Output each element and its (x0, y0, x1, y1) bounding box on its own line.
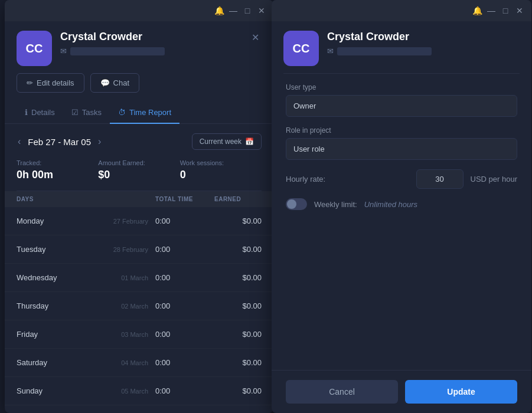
user-name-left: Crystal Crowder (60, 31, 241, 43)
day-cell: Thursday 02 March (17, 301, 155, 310)
day-cell: Saturday 04 March (17, 358, 155, 367)
day-cell: Tuesday 28 February (17, 245, 155, 254)
table-row[interactable]: Wednesday 01 March 0:00 $0.00 (5, 264, 273, 292)
tab-details[interactable]: ℹ Details (17, 102, 63, 124)
next-week-arrow[interactable]: › (97, 135, 102, 148)
table-row[interactable]: Monday 27 February 0:00 $0.00 (5, 207, 273, 235)
tab-tasks[interactable]: ☑ Tasks (63, 102, 110, 124)
user-info-left: Crystal Crowder ✉ (60, 31, 241, 55)
email-redacted-left (70, 47, 165, 55)
user-type-group: User type (286, 83, 517, 117)
edit-details-button[interactable]: ✏ Edit details (17, 73, 84, 93)
user-header-left: CC Crystal Crowder ✉ ✕ (5, 21, 273, 73)
form-spacer (272, 227, 531, 370)
earned-cell: $0.00 (214, 386, 262, 395)
weekly-limit-row: Weekly limit: Unlimited hours (286, 198, 517, 210)
hourly-rate-row: Hourly rate: USD per hour (286, 169, 517, 189)
minimize-icon-right[interactable]: — (487, 6, 496, 15)
edit-icon: ✏ (27, 78, 33, 87)
time-cell: 0:00 (155, 386, 214, 395)
day-cell: Monday 27 February (17, 217, 155, 225)
prev-week-arrow[interactable]: ‹ (17, 135, 22, 148)
day-cell: Wednesday 01 March (17, 273, 155, 282)
user-email-row-right: ✉ (327, 47, 520, 55)
cancel-button[interactable]: Cancel (286, 380, 398, 404)
bell-icon-left[interactable]: 🔔 (214, 6, 224, 15)
weekly-limit-toggle[interactable] (286, 198, 307, 210)
tabs: ℹ Details ☑ Tasks ⏱ Time Report (5, 102, 273, 124)
calendar-icon: 📅 (245, 137, 254, 146)
chat-button[interactable]: 💬 Chat (90, 73, 139, 93)
chat-icon: 💬 (100, 78, 110, 87)
day-cell: Sunday 05 March (17, 386, 155, 395)
time-table: DAYS TOTAL TIME EARNED Monday 27 Februar… (5, 191, 273, 413)
sessions-stat: Work sessions: 0 (180, 159, 262, 181)
tracked-stat: Tracked: 0h 00m (17, 159, 98, 181)
time-cell: 0:00 (155, 217, 214, 225)
email-redacted-right (337, 47, 432, 55)
form-section: User type Role in project Hourly rate: U… (272, 83, 531, 227)
title-bar-left: 🔔 — □ ✕ (5, 0, 273, 21)
earned-cell: $0.00 (214, 358, 262, 367)
avatar-right: CC (283, 31, 319, 66)
time-cell: 0:00 (155, 358, 214, 367)
close-icon-left[interactable]: ✕ (257, 6, 266, 15)
earned-cell: $0.00 (214, 217, 262, 225)
table-header: DAYS TOTAL TIME EARNED (5, 191, 273, 207)
tasks-icon: ☑ (71, 108, 79, 117)
hourly-rate-input[interactable] (416, 169, 464, 189)
date-range-label: Feb 27 - Mar 05 (28, 137, 91, 147)
date-navigator: ‹ Feb 27 - Mar 05 › Current week 📅 (5, 124, 273, 159)
action-buttons: ✏ Edit details 💬 Chat (5, 73, 273, 102)
info-icon: ℹ (25, 108, 28, 117)
table-row[interactable]: Friday 03 March 0:00 $0.00 (5, 320, 273, 349)
update-button[interactable]: Update (405, 380, 517, 404)
window-controls: 🔔 — □ ✕ (214, 6, 266, 15)
user-info-right: Crystal Crowder ✉ (327, 31, 520, 55)
close-icon-right[interactable]: ✕ (515, 6, 524, 15)
form-footer: Cancel Update (272, 370, 531, 413)
user-header-right: CC Crystal Crowder ✉ (272, 21, 531, 73)
maximize-icon-left[interactable]: □ (243, 6, 252, 15)
role-group: Role in project (286, 126, 517, 160)
table-row[interactable]: Saturday 04 March 0:00 $0.00 (5, 349, 273, 377)
user-type-input[interactable] (286, 95, 517, 117)
table-rows: Monday 27 February 0:00 $0.00 Tuesday 28… (5, 207, 273, 405)
avatar-left: CC (17, 31, 52, 66)
table-row[interactable]: Sunday 05 March 0:00 $0.00 (5, 377, 273, 405)
minimize-icon-left[interactable]: — (229, 6, 238, 15)
earned-cell: $0.00 (214, 245, 262, 254)
time-cell: 0:00 (155, 330, 214, 339)
close-button-left[interactable]: ✕ (249, 31, 262, 45)
table-row[interactable]: Thursday 02 March 0:00 $0.00 (5, 292, 273, 320)
time-cell: 0:00 (155, 245, 214, 254)
left-window: 🔔 — □ ✕ CC Crystal Crowder ✉ ✕ ✏ Edit de… (5, 0, 273, 413)
window-controls-right: 🔔 — □ ✕ (472, 6, 524, 15)
table-row[interactable]: Tuesday 28 February 0:00 $0.00 (5, 235, 273, 264)
time-cell: 0:00 (155, 273, 214, 282)
right-window: 🔔 — □ ✕ CC Crystal Crowder ✉ User type R… (272, 0, 531, 413)
day-cell: Friday 03 March (17, 330, 155, 339)
earned-cell: $0.00 (214, 273, 262, 282)
date-range: ‹ Feb 27 - Mar 05 › (17, 135, 102, 148)
role-input[interactable] (286, 138, 517, 160)
bell-icon-right[interactable]: 🔔 (472, 6, 482, 15)
email-icon-left: ✉ (60, 47, 67, 55)
current-week-button[interactable]: Current week 📅 (192, 133, 262, 150)
user-name-right: Crystal Crowder (327, 31, 520, 43)
title-bar-right: 🔔 — □ ✕ (272, 0, 531, 21)
earned-cell: $0.00 (214, 330, 262, 339)
maximize-icon-right[interactable]: □ (501, 6, 510, 15)
stats-row: Tracked: 0h 00m Amount Earned: $0 Work s… (5, 159, 273, 191)
tab-time-report[interactable]: ⏱ Time Report (110, 102, 179, 124)
time-icon: ⏱ (118, 108, 126, 117)
earned-cell: $0.00 (214, 301, 262, 310)
user-email-row-left: ✉ (60, 47, 241, 55)
earned-stat: Amount Earned: $0 (98, 159, 179, 181)
email-icon-right: ✉ (327, 47, 334, 55)
time-cell: 0:00 (155, 301, 214, 310)
right-divider (283, 73, 520, 74)
